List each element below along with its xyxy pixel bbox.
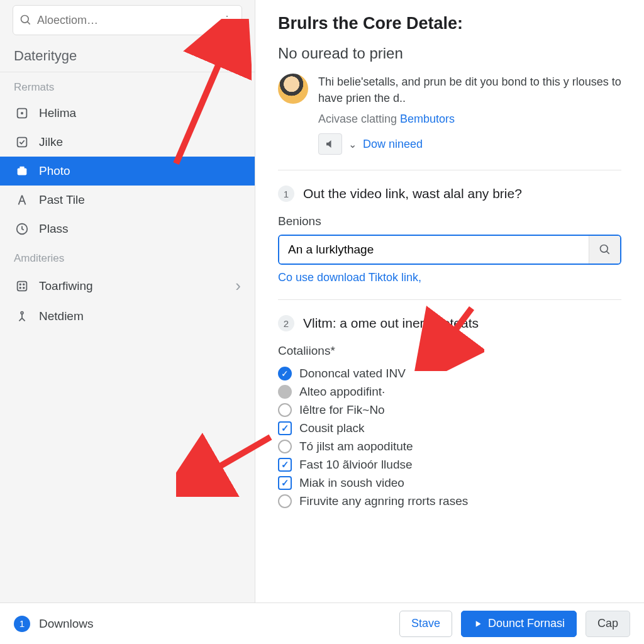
step-2: 2 Vlitm: a ome out inera beteats — [278, 315, 621, 331]
sidebar-item-plass[interactable]: Plass — [0, 214, 255, 243]
option-row[interactable]: Miak in soush video — [278, 476, 621, 490]
option-row[interactable]: Firuvite any agnring rrorts rases — [278, 494, 621, 508]
sidebar-item-label: Toarfiwing — [39, 279, 93, 293]
page-title: Brulrs the Core Detale: — [278, 14, 621, 33]
benions-input-row[interactable] — [278, 235, 621, 265]
intro-text: Thi belie'setalls, and prun be dit you b… — [318, 74, 621, 106]
main-content: Brulrs the Core Detale: No ouread to pri… — [255, 0, 644, 602]
save-button[interactable]: Stave — [399, 611, 452, 637]
check-square-icon — [14, 134, 30, 150]
checkbox-checked-icon[interactable] — [278, 458, 292, 472]
svg-rect-5 — [18, 168, 27, 175]
intro-block: Thi belie'setalls, and prun be dit you b… — [278, 74, 621, 155]
step-1-text: Out the video link, wast alal any brie? — [303, 186, 522, 201]
radio-icon[interactable] — [278, 403, 292, 417]
intro-action-link[interactable]: Dow nineed — [363, 138, 423, 151]
svg-rect-6 — [19, 167, 24, 169]
option-label: Iêltre for Fik~No — [299, 403, 385, 417]
search-box[interactable]: ⋮ — [13, 5, 242, 35]
play-icon — [473, 619, 483, 629]
intro-sub-link[interactable]: Bembutors — [400, 113, 455, 125]
option-row[interactable]: Fast 10 ãlvioór lludse — [278, 458, 621, 472]
chevron-right-icon: › — [235, 276, 241, 296]
sidebar-section-title: Daterityge — [0, 43, 255, 72]
sidebar-item-toarfiwing[interactable]: Toarfiwing › — [0, 270, 255, 302]
adjust-icon[interactable]: ⋮ — [219, 13, 235, 27]
sidebar-item-helima[interactable]: Helima — [0, 99, 255, 128]
radio-checked-icon[interactable] — [278, 367, 292, 380]
svg-point-13 — [21, 312, 23, 314]
sidebar-item-photo[interactable]: Photo — [0, 157, 255, 186]
option-row[interactable]: Cousit plack — [278, 421, 621, 435]
search-input[interactable] — [32, 14, 219, 27]
sidebar-item-jilke[interactable]: Jilke — [0, 128, 255, 157]
radio-icon[interactable] — [278, 494, 292, 508]
field-label-cotaliions: Cotaliions* — [278, 344, 621, 358]
svg-point-0 — [21, 16, 29, 23]
svg-point-11 — [19, 287, 21, 288]
photo-icon — [14, 163, 30, 179]
option-row[interactable]: Dononcal vated INV — [278, 367, 621, 380]
svg-line-15 — [606, 252, 609, 254]
step-badge: 2 — [278, 315, 294, 331]
field-label-benions: Benions — [278, 214, 621, 228]
sidebar-item-label: Helima — [39, 106, 76, 120]
option-row[interactable]: Alteo appodifint· — [278, 385, 621, 399]
svg-rect-8 — [18, 281, 27, 291]
search-icon — [599, 243, 611, 256]
footer-label: Downlows — [39, 617, 94, 631]
divider — [278, 299, 621, 300]
sidebar: ⋮ Daterityge Rermats Helima Jilke Photo … — [0, 0, 255, 602]
option-row[interactable]: Tó jilst am aopoditute — [278, 440, 621, 453]
sidebar-item-label: Plass — [39, 222, 68, 236]
step-badge: 1 — [278, 186, 294, 202]
intro-sub: Acivase clatting Bembutors — [318, 113, 621, 126]
primary-action-button[interactable]: Dounct Fornasi — [461, 611, 577, 637]
input-search-button[interactable] — [589, 236, 620, 264]
geometry-icon — [14, 308, 30, 325]
footer-bar: 1 Downlows Stave Dounct Fornasi Cap — [0, 602, 644, 644]
cap-button[interactable]: Cap — [586, 611, 630, 637]
page-subtitle: No ouread to prien — [278, 45, 621, 62]
search-icon — [19, 14, 32, 26]
speaker-icon — [325, 138, 336, 150]
hint-link[interactable]: Co use download Tiktok link, — [278, 271, 421, 284]
sidebar-group-amditeries: Amditeries — [0, 243, 255, 270]
chevron-down-icon[interactable]: ⌄ — [348, 138, 357, 150]
primary-action-label: Dounct Fornasi — [488, 617, 565, 630]
option-label: Dononcal vated INV — [299, 367, 406, 380]
svg-line-1 — [28, 22, 30, 25]
sidebar-item-label: Jilke — [39, 135, 63, 149]
avatar — [278, 74, 308, 104]
sidebar-item-label: Netdiem — [39, 309, 84, 323]
radio-icon[interactable] — [278, 440, 292, 453]
font-icon — [14, 192, 30, 208]
svg-point-3 — [21, 113, 23, 114]
radio-disabled-icon[interactable] — [278, 385, 292, 399]
svg-rect-4 — [18, 138, 27, 147]
sound-button[interactable] — [318, 133, 342, 155]
compass-icon — [14, 221, 30, 237]
svg-point-9 — [19, 284, 21, 285]
checkbox-checked-icon[interactable] — [278, 476, 292, 490]
intro-sub-prefix: Acivase clatting — [318, 113, 400, 125]
svg-point-10 — [23, 284, 25, 285]
sidebar-item-label: Photo — [39, 164, 70, 178]
square-icon — [14, 105, 30, 121]
options-list: Dononcal vated INV Alteo appodifint· Iêl… — [278, 367, 621, 508]
svg-point-12 — [23, 287, 25, 288]
option-label: Tó jilst am aopoditute — [299, 440, 413, 453]
benions-input[interactable] — [279, 236, 589, 264]
checkbox-checked-icon[interactable] — [278, 421, 292, 435]
step-2-text: Vlitm: a ome out inera beteats — [303, 316, 479, 331]
footer-count-badge: 1 — [14, 616, 30, 632]
grid-icon — [14, 278, 30, 294]
sidebar-item-past-tile[interactable]: Past Tile — [0, 186, 255, 214]
option-label: Firuvite any agnring rrorts rases — [299, 494, 468, 508]
option-label: Alteo appodifint· — [299, 385, 385, 399]
sidebar-group-rermats: Rermats — [0, 72, 255, 99]
sidebar-item-netdiem[interactable]: Netdiem — [0, 302, 255, 331]
divider — [278, 170, 621, 170]
option-row[interactable]: Iêltre for Fik~No — [278, 403, 621, 417]
sidebar-item-label: Past Tile — [39, 193, 85, 207]
